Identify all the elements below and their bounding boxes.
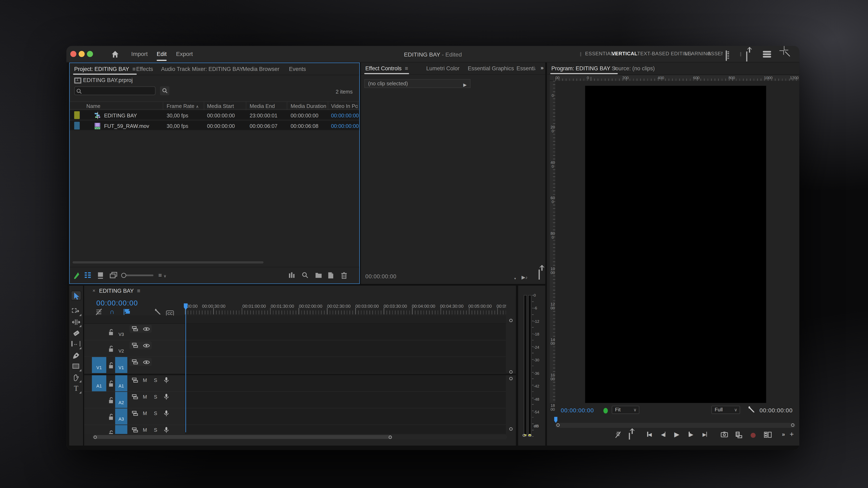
lock-icon[interactable] — [108, 380, 114, 387]
sort-options-icon[interactable]: ≡ ∨ — [158, 272, 167, 280]
source-track-icon[interactable] — [132, 427, 138, 433]
snap-icon[interactable]: ∩ — [110, 308, 118, 316]
more-icon[interactable]: » — [782, 430, 785, 439]
find-icon[interactable] — [302, 272, 310, 280]
button-editor-icon[interactable]: + — [790, 430, 794, 439]
workspace-learning[interactable]: LEARNING — [685, 51, 711, 57]
quick-export-icon[interactable] — [746, 51, 747, 61]
track-height-handle[interactable] — [509, 377, 513, 380]
automate-to-sequence-icon[interactable] — [288, 272, 297, 280]
mute-button[interactable]: M — [143, 377, 147, 383]
timeline-ruler[interactable]: 00:00 00:00:30:00 00:01:00:00 00:01:30:0… — [185, 302, 506, 315]
lock-icon[interactable] — [108, 329, 114, 335]
new-item-icon[interactable] — [328, 272, 337, 280]
timeline-playhead-line[interactable] — [185, 309, 186, 432]
column-media-end[interactable]: Media End — [250, 103, 275, 109]
track-visibility-eye-icon[interactable] — [143, 343, 150, 348]
go-to-in-icon[interactable]: ◀ — [647, 430, 652, 439]
tab-media-browser[interactable]: Media Browser — [242, 66, 279, 72]
label-color-chip[interactable] — [74, 111, 80, 119]
pen-tool[interactable] — [71, 350, 82, 360]
rectangle-tool[interactable] — [71, 361, 82, 371]
program-playhead-marker[interactable] — [554, 417, 557, 423]
source-patch-v1[interactable]: V1 — [92, 357, 106, 373]
lock-icon[interactable] — [108, 345, 114, 352]
source-track-icon[interactable] — [132, 411, 138, 416]
mute-button[interactable]: M — [143, 394, 147, 400]
column-video-in[interactable]: Video In Po — [331, 103, 358, 109]
track-lane[interactable] — [185, 392, 506, 408]
comparison-view-icon[interactable] — [764, 432, 772, 438]
settings-wrench-icon[interactable] — [747, 406, 755, 414]
close-icon[interactable]: × — [93, 288, 95, 293]
tab-import[interactable]: Import — [131, 50, 148, 57]
meter-channel-dot[interactable] — [528, 434, 531, 436]
tab-audio-track-mixer[interactable]: Audio Track Mixer: EDITING BAY — [161, 66, 243, 72]
linked-selection-icon[interactable] — [123, 308, 132, 316]
source-track-icon[interactable] — [132, 326, 138, 332]
program-current-timecode[interactable]: 00:00:00:00 — [561, 407, 594, 414]
close-button[interactable] — [70, 51, 76, 57]
list-view-icon[interactable] — [85, 272, 94, 280]
zoom-button[interactable] — [87, 51, 93, 57]
workspace-text-based-editing[interactable]: TEXT-BASED EDITING — [637, 51, 692, 57]
track-lane[interactable] — [185, 425, 506, 434]
track-visibility-eye-icon[interactable] — [143, 327, 150, 332]
tab-essential-graphics[interactable]: Essential Graphics — [468, 65, 514, 71]
workspace-panel-icon[interactable] — [726, 51, 727, 61]
search-input[interactable] — [74, 86, 156, 95]
workspace-assembly[interactable]: ASSEM — [707, 51, 722, 57]
play-audio-icon[interactable]: ▶♪ — [522, 275, 528, 280]
tab-lumetri-color[interactable]: Lumetri Color — [426, 65, 460, 71]
solo-button[interactable]: S — [154, 377, 157, 383]
icon-view-icon[interactable] — [97, 272, 106, 280]
tab-events[interactable]: Events — [289, 66, 306, 72]
tab-effects[interactable]: Effects — [136, 66, 153, 72]
source-track-icon[interactable] — [132, 394, 138, 400]
timeline-current-timecode[interactable]: 00:00:00:00 — [96, 299, 138, 307]
search-bin-icon[interactable] — [160, 86, 169, 95]
workspace-vertical[interactable]: VERTICAL — [612, 51, 638, 57]
panel-menu-icon[interactable]: ≡ — [137, 288, 141, 294]
label-color-chip[interactable] — [74, 122, 80, 129]
tab-effect-controls[interactable]: Effect Controls≡ — [365, 65, 408, 71]
lock-icon[interactable] — [108, 414, 114, 420]
panel-menu-icon[interactable]: ≡ — [405, 65, 408, 71]
source-track-icon[interactable] — [132, 359, 138, 365]
zoom-slider-handle[interactable] — [121, 273, 126, 278]
tab-export[interactable]: Export — [176, 50, 193, 57]
voiceover-mic-icon[interactable] — [164, 410, 169, 417]
track-target-v3[interactable]: V3 — [115, 324, 127, 340]
expand-arrow-icon[interactable]: ▶ — [463, 82, 467, 89]
tab-edit[interactable]: Edit — [157, 50, 167, 57]
more-tabs-chevron[interactable]: » — [540, 65, 543, 71]
track-height-handle[interactable] — [509, 319, 513, 322]
source-track-icon[interactable] — [132, 377, 138, 383]
lock-icon[interactable] — [108, 397, 114, 403]
timeline-horizontal-scrollbar[interactable] — [92, 434, 507, 439]
voiceover-mic-icon[interactable] — [164, 393, 169, 400]
selection-tool[interactable] — [71, 291, 82, 301]
av-divider[interactable] — [84, 374, 516, 375]
timeline-settings-icon[interactable] — [154, 308, 163, 316]
voiceover-mic-icon[interactable] — [164, 427, 169, 433]
program-vertical-ruler[interactable]: 0 200 400 600 800 1000 1200 1400 1600 18… — [550, 81, 555, 403]
panel-menu-icon[interactable]: ≡ — [132, 66, 136, 72]
type-tool[interactable]: T — [71, 384, 82, 393]
global-fx-mute-icon[interactable] — [615, 430, 622, 438]
project-home-icon[interactable] — [74, 78, 82, 84]
track-target-a1[interactable]: A1 — [115, 375, 127, 391]
track-lane[interactable] — [185, 324, 506, 340]
extract-icon[interactable] — [735, 431, 742, 438]
tab-source[interactable]: Source: (no clips) — [612, 65, 655, 71]
playback-resolution-select[interactable]: Full∨ — [711, 406, 740, 414]
mute-button[interactable]: M — [143, 427, 147, 433]
go-to-out-icon[interactable]: ▶ — [703, 430, 707, 439]
source-track-icon[interactable] — [132, 343, 138, 348]
delete-icon[interactable] — [341, 272, 350, 280]
minimize-button[interactable] — [78, 51, 85, 57]
track-select-forward-tool[interactable]: ➜ — [71, 306, 82, 316]
track-height-handle[interactable] — [509, 427, 513, 431]
track-target-a3[interactable]: A3 — [115, 408, 127, 425]
export-frame-icon[interactable] — [721, 432, 728, 437]
